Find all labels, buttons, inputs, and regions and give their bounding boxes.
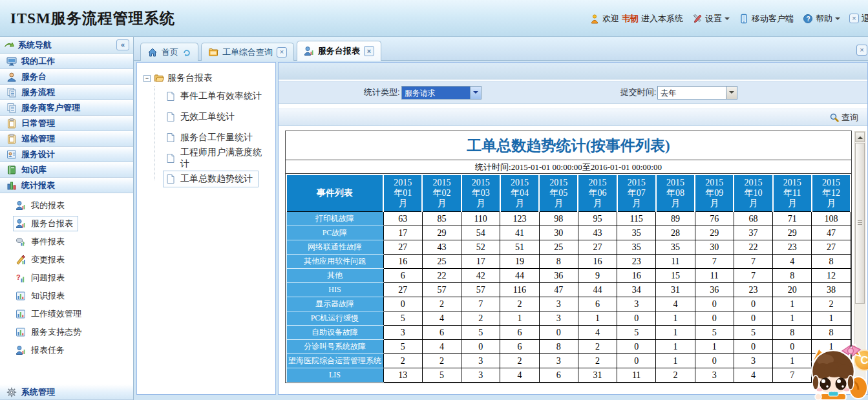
refresh-icon[interactable] [182, 48, 191, 57]
sidebar-item-label: 服务台报表 [31, 218, 73, 229]
sidebar-item-label: 变更报表 [31, 254, 65, 266]
cell: 5 [695, 326, 734, 340]
cell: 89 [656, 212, 695, 226]
cell: 0 [695, 311, 734, 326]
cell: 13 [383, 368, 422, 383]
cell: 6 [500, 326, 539, 340]
sidebar-group-7[interactable]: 知识库 [0, 162, 133, 178]
app-title: ITSM服务流程管理系统 [10, 8, 175, 28]
tab-0[interactable]: 首页 [140, 43, 198, 61]
cell: 1 [656, 326, 695, 340]
cell: 110 [461, 212, 500, 226]
dropdown-arrow-icon[interactable] [470, 87, 481, 99]
sidebar-item-0[interactable]: 我的报表 [0, 196, 133, 215]
sidebar-collapse-button[interactable]: « [116, 39, 129, 50]
cell: 1 [656, 311, 695, 326]
cell: 108 [812, 212, 851, 226]
cell: 2 [656, 368, 695, 383]
scrollbar-thumb[interactable] [855, 143, 865, 304]
book-icon [6, 165, 17, 175]
sidebar-group-6[interactable]: 服务设计 [0, 147, 133, 162]
sidebar-group-label: 知识库 [21, 164, 47, 176]
help-menu[interactable]: ? 帮助 [803, 13, 840, 25]
cell: 7 [734, 255, 772, 269]
logout-button[interactable]: × 退出 [849, 13, 868, 25]
submit-time-select[interactable]: 去年 [657, 86, 737, 100]
mascot-character[interactable] [801, 342, 868, 400]
tab-close-icon[interactable]: × [364, 46, 374, 56]
sidebar-item-8[interactable]: 报表任务 [0, 341, 133, 359]
cell: 11 [656, 255, 695, 269]
sidebar-group-label: 巡检管理 [21, 133, 55, 145]
home-icon [147, 47, 158, 58]
stat-type-value: 服务请求 [402, 87, 470, 99]
sidebar-group-0[interactable]: 我的工作 [0, 54, 133, 69]
username: 韦韧 [622, 13, 639, 25]
sidebar-group-1[interactable]: 服务台 [0, 69, 133, 85]
sidebar-group-system-admin[interactable]: 系统管理 [0, 384, 133, 400]
tree-item-3[interactable]: 工程师用户满意度统计 [163, 148, 271, 169]
cell: 29 [422, 226, 461, 240]
cell: 3 [539, 311, 578, 326]
query-button[interactable]: 查询 [829, 112, 858, 123]
sidebar-group-label: 服务流程 [21, 87, 55, 98]
month-header: 2015年06月 [578, 174, 617, 212]
tree-item-0[interactable]: 事件工单有效率统计 [163, 86, 271, 107]
sidebar-item-1[interactable]: 服务台报表 [0, 215, 133, 233]
tree-collapse-icon[interactable]: − [143, 75, 151, 82]
tab-close-icon[interactable]: × [277, 47, 287, 58]
sidebar-item-6[interactable]: 工作绩效管理 [0, 305, 133, 323]
cell: 20 [773, 283, 812, 297]
tree-root-desk-reports[interactable]: − 服务台报表 [143, 70, 271, 86]
tree-item-4[interactable]: 工单总数趋势统计 [163, 169, 271, 189]
sidebar-item-2[interactable]: 事件报表 [0, 233, 133, 251]
cell: 57 [461, 283, 500, 297]
sidebar-item-3[interactable]: 变更报表 [0, 251, 133, 269]
cell: 0 [539, 326, 578, 340]
welcome-suffix: 进入本系统 [641, 13, 683, 25]
sidebar-item-7[interactable]: 服务支持态势 [0, 323, 133, 341]
sidebar-group-label: 服务台 [21, 71, 47, 83]
tab-1[interactable]: 工单综合查询× [201, 43, 294, 61]
sidebar-item-4[interactable]: ?问题报表 [0, 269, 133, 287]
cell: 2 [422, 297, 461, 311]
row-label: HIS [286, 283, 383, 297]
cell: 31 [656, 283, 695, 297]
cell: 8 [539, 255, 578, 269]
row-label: 分诊叫号系统故障 [286, 340, 383, 354]
month-header: 2015年12月 [812, 174, 851, 212]
tree-item-1[interactable]: 无效工单统计 [163, 107, 271, 127]
dropdown-arrow-icon[interactable] [726, 87, 737, 99]
question-chart-icon: ? [16, 273, 26, 283]
cell: 57 [422, 283, 461, 297]
doc-page-icon [165, 174, 176, 184]
report-region: 工单总数趋势统计(按事件列表) 统计时间:2015-01-01 00:00:00… [279, 129, 867, 394]
cell: 37 [734, 226, 772, 240]
cell: 4 [422, 311, 461, 326]
cell: 4 [656, 297, 695, 311]
mobile-client-button[interactable]: 移动客户端 [739, 13, 794, 25]
sidebar-group-8[interactable]: 统计报表 [0, 178, 133, 193]
sidebar-group-3[interactable]: 服务商客户管理 [0, 100, 133, 116]
cell: 0 [383, 297, 422, 311]
row-label: 望海医院综合运营管理系统 [286, 354, 383, 368]
sidebar-group-2[interactable]: 服务流程 [0, 85, 133, 100]
sidebar-item-5[interactable]: 知识报表 [0, 287, 133, 305]
tab-overflow-button[interactable]: × [856, 45, 867, 56]
cell: 19 [500, 255, 539, 269]
cell: 17 [461, 255, 500, 269]
scroll-up-button[interactable] [855, 132, 865, 142]
framed-chart-icon [16, 291, 26, 301]
table-row: 显示器故障027236340012 [286, 297, 851, 311]
event-chart-icon [16, 237, 26, 247]
sidebar-item-label: 我的报表 [31, 200, 65, 211]
cell: 47 [539, 283, 578, 297]
tools-icon [692, 14, 703, 24]
sidebar-group-5[interactable]: 巡检管理 [0, 131, 133, 147]
settings-menu[interactable]: 设置 [692, 13, 730, 25]
sidebar-group-4[interactable]: 日常管理 [0, 116, 133, 131]
stat-type-select[interactable]: 服务请求 [401, 86, 482, 100]
cell: 115 [617, 212, 656, 226]
folder-icon [208, 47, 218, 58]
tab-2[interactable]: 服务台报表× [297, 41, 381, 61]
